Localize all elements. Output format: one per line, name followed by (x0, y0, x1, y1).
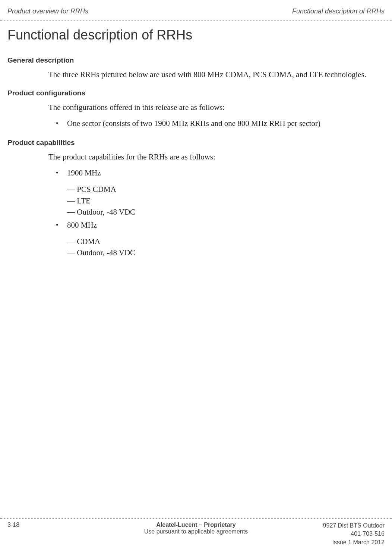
sub-item: — Outdoor, -48 VDC (0, 247, 392, 258)
header-left: Product overview for RRHs (7, 7, 88, 15)
page-title: Functional description of RRHs (0, 27, 392, 52)
footer-product: 9927 Dist BTS Outdoor (290, 522, 385, 530)
sub-item: — LTE (0, 195, 392, 206)
body-config: The configurations offered in this relea… (0, 100, 392, 117)
header-right: Functional description of RRHs (292, 7, 385, 15)
list-item: • One sector (consists of two 1900 MHz R… (56, 118, 385, 129)
bullet-text: One sector (consists of two 1900 MHz RRH… (67, 118, 385, 129)
body-general: The three RRHs pictured below are used w… (0, 67, 392, 85)
footer-usage: Use pursuant to applicable agreements (102, 528, 290, 535)
section-heading-config: Product configurations (0, 85, 392, 100)
config-bullet-list: • One sector (consists of two 1900 MHz R… (0, 118, 392, 134)
footer-proprietary: Alcatel-Lucent – Proprietary (102, 522, 290, 528)
footer-issue-date: Issue 1 March 2012 (290, 538, 385, 547)
bullet-icon: • (56, 219, 67, 230)
footer-center: Alcatel-Lucent – Proprietary Use pursuan… (102, 522, 290, 535)
body-capabilities: The product capabilities for the RRHs ar… (0, 150, 392, 167)
footer-page-number: 3-18 (7, 522, 102, 528)
page-footer: 3-18 Alcatel-Lucent – Proprietary Use pu… (0, 518, 392, 554)
page-header: Product overview for RRHs Functional des… (0, 0, 392, 20)
bullet-text: 1900 MHz (67, 167, 385, 178)
section-heading-general: General description (0, 52, 392, 67)
header-divider (0, 20, 392, 20)
bullet-text: 800 MHz (67, 219, 385, 231)
capabilities-bullet-list: • 1900 MHz (0, 167, 392, 184)
sub-item: — Outdoor, -48 VDC (0, 206, 392, 218)
sub-item: — CDMA (0, 236, 392, 247)
section-heading-capabilities: Product capabilities (0, 134, 392, 150)
footer-content: 3-18 Alcatel-Lucent – Proprietary Use pu… (0, 522, 392, 547)
footer-divider (0, 518, 392, 519)
list-item: • 800 MHz (56, 219, 385, 231)
bullet-icon: • (56, 118, 67, 128)
sub-item: — PCS CDMA (0, 184, 392, 195)
bullet-icon: • (56, 167, 67, 178)
capabilities-bullet-list-2: • 800 MHz (0, 218, 392, 236)
footer-docnum: 401-703-516 (290, 530, 385, 538)
list-item: • 1900 MHz (56, 167, 385, 178)
footer-right: 9927 Dist BTS Outdoor 401-703-516 Issue … (290, 522, 385, 547)
